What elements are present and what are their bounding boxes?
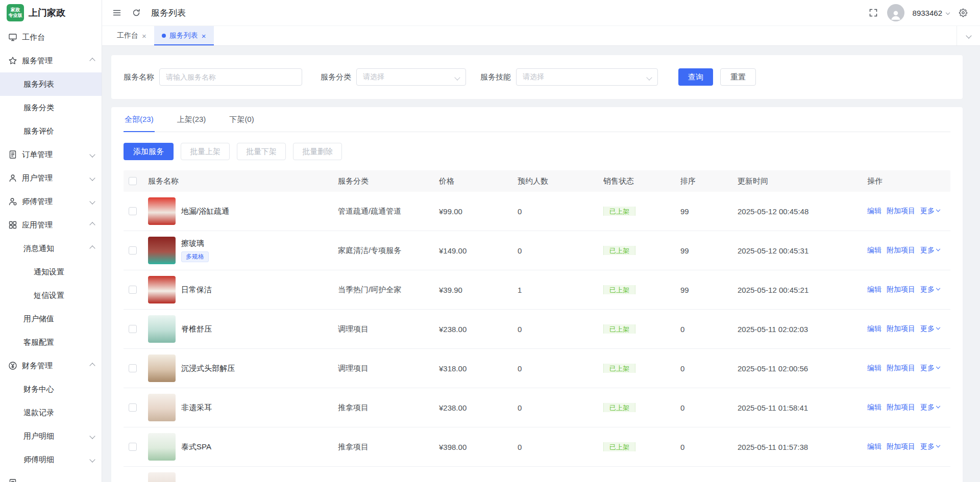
- more-link[interactable]: 更多: [920, 246, 940, 255]
- service-name-label: 服务名称: [124, 72, 154, 82]
- batch-button[interactable]: 批量上架: [181, 143, 230, 160]
- fullscreen-icon[interactable]: [868, 7, 879, 18]
- chevron-down-icon: [454, 74, 460, 80]
- avatar[interactable]: [887, 4, 904, 21]
- workspace-tab[interactable]: 服务列表×: [154, 26, 214, 45]
- sidebar-item[interactable]: 服务分类: [0, 96, 102, 119]
- sidebar-item[interactable]: 财务中心: [0, 377, 102, 401]
- service-price: ¥238.00: [439, 325, 518, 334]
- sort-value: 0: [680, 403, 738, 412]
- addon-project-link[interactable]: 附加项目: [887, 364, 915, 373]
- grid-icon: [8, 220, 17, 230]
- table-row: 脊椎舒压调理项目¥238.000已上架02025-05-11 02:02:03编…: [124, 310, 950, 349]
- chevron-up-icon: [89, 363, 95, 368]
- list-tab[interactable]: 下架(0): [228, 107, 255, 132]
- sidebar-item[interactable]: 师傅明细: [0, 448, 102, 471]
- sidebar-item-label: 退款记录: [23, 408, 54, 418]
- list-tab[interactable]: 上架(23): [176, 107, 207, 132]
- table-row: 日常保洁当季热门/呵护全家¥39.901已上架992025-05-12 00:4…: [124, 270, 950, 310]
- sidebar-item[interactable]: 服务列表: [0, 72, 102, 96]
- reset-button[interactable]: 重置: [720, 68, 756, 86]
- sidebar-item-label: 财务管理: [22, 361, 53, 371]
- addon-project-link[interactable]: 附加项目: [887, 403, 915, 412]
- sort-value: 99: [680, 286, 738, 294]
- edit-link[interactable]: 编辑: [867, 207, 881, 216]
- sidebar-item[interactable]: 退款记录: [0, 401, 102, 424]
- addon-project-link[interactable]: 附加项目: [887, 207, 915, 216]
- sidebar-item[interactable]: 用户明细: [0, 424, 102, 448]
- sidebar-item[interactable]: 用户管理: [0, 166, 102, 190]
- edit-link[interactable]: 编辑: [867, 285, 881, 294]
- more-link[interactable]: 更多: [920, 207, 940, 216]
- refresh-icon[interactable]: [131, 7, 142, 18]
- edit-link[interactable]: 编辑: [867, 403, 881, 412]
- search-button[interactable]: 查询: [678, 68, 713, 86]
- sidebar-item-label: 师傅明细: [23, 455, 54, 465]
- collapse-sidebar-icon[interactable]: [111, 7, 122, 18]
- document-icon: [8, 150, 17, 159]
- sidebar-item[interactable]: 财务管理: [0, 354, 102, 377]
- row-checkbox[interactable]: [129, 403, 137, 412]
- gear-icon[interactable]: [958, 7, 969, 18]
- edit-link[interactable]: 编辑: [867, 364, 881, 373]
- list-tab[interactable]: 全部(23): [124, 107, 155, 132]
- service-name: 非遗采耳: [181, 403, 212, 413]
- sidebar-item[interactable]: 服务管理: [0, 49, 102, 72]
- user-menu[interactable]: 8933462: [913, 9, 949, 17]
- sidebar-item[interactable]: 客服配置: [0, 331, 102, 354]
- add-service-button[interactable]: 添加服务: [124, 143, 174, 160]
- edit-link[interactable]: 编辑: [867, 324, 881, 334]
- column-header: 销售状态: [603, 176, 680, 186]
- service-thumbnail: [148, 237, 176, 264]
- sidebar-item[interactable]: [0, 471, 102, 482]
- more-link[interactable]: 更多: [920, 324, 940, 334]
- sidebar-item[interactable]: 短信设置: [0, 284, 102, 307]
- sort-value: 0: [680, 364, 738, 373]
- more-link[interactable]: 更多: [920, 403, 940, 412]
- close-icon[interactable]: ×: [202, 32, 206, 40]
- addon-project-link[interactable]: 附加项目: [887, 442, 915, 451]
- row-checkbox[interactable]: [129, 207, 137, 215]
- row-checkbox[interactable]: [129, 364, 137, 372]
- batch-button[interactable]: 批量下架: [237, 143, 286, 160]
- service-price: ¥398.00: [439, 443, 518, 451]
- sidebar-item[interactable]: 消息通知: [0, 237, 102, 260]
- sidebar-item[interactable]: 通知设置: [0, 260, 102, 284]
- row-checkbox[interactable]: [129, 286, 137, 294]
- addon-project-link[interactable]: 附加项目: [887, 285, 915, 294]
- worker-icon: [8, 197, 17, 206]
- table-row: 泰式SPA推拿项目¥398.000已上架02025-05-11 01:57:38…: [124, 427, 950, 467]
- sidebar-item[interactable]: 工作台: [0, 26, 102, 49]
- close-icon[interactable]: ×: [142, 32, 146, 40]
- sidebar-item[interactable]: 用户储值: [0, 307, 102, 331]
- booking-count: 0: [518, 443, 603, 451]
- sidebar-item[interactable]: 服务评价: [0, 119, 102, 143]
- row-checkbox[interactable]: [129, 325, 137, 333]
- monitor-icon: [8, 33, 17, 42]
- sidebar-item-label: 应用管理: [22, 220, 53, 230]
- sidebar-item[interactable]: 订单管理: [0, 143, 102, 166]
- content-area: 服务名称 服务分类 请选择 服务技能 请选择 查询 重置: [102, 46, 980, 482]
- more-link[interactable]: 更多: [920, 364, 940, 373]
- service-name-input[interactable]: [159, 68, 302, 86]
- edit-link[interactable]: 编辑: [867, 246, 881, 255]
- sidebar-item[interactable]: 师傅管理: [0, 190, 102, 213]
- more-link[interactable]: 更多: [920, 442, 940, 451]
- tab-actions-dropdown[interactable]: [957, 26, 980, 45]
- select-all-checkbox[interactable]: [129, 177, 137, 185]
- service-skill-select[interactable]: 请选择: [516, 68, 658, 86]
- service-category-select[interactable]: 请选择: [356, 68, 466, 86]
- updated-time: 2025-05-11 02:00:56: [738, 364, 867, 373]
- edit-link[interactable]: 编辑: [867, 442, 881, 451]
- sidebar-item[interactable]: 应用管理: [0, 213, 102, 237]
- batch-button[interactable]: 批量删除: [293, 143, 342, 160]
- select-placeholder: 请选择: [523, 72, 544, 82]
- addon-project-link[interactable]: 附加项目: [887, 324, 915, 334]
- row-checkbox[interactable]: [129, 246, 137, 255]
- more-link[interactable]: 更多: [920, 285, 940, 294]
- addon-project-link[interactable]: 附加项目: [887, 246, 915, 255]
- workspace-tab[interactable]: 工作台×: [109, 26, 154, 45]
- chevron-down-icon: [936, 247, 940, 251]
- row-checkbox[interactable]: [129, 443, 137, 451]
- sidebar-item-label: 工作台: [22, 33, 45, 42]
